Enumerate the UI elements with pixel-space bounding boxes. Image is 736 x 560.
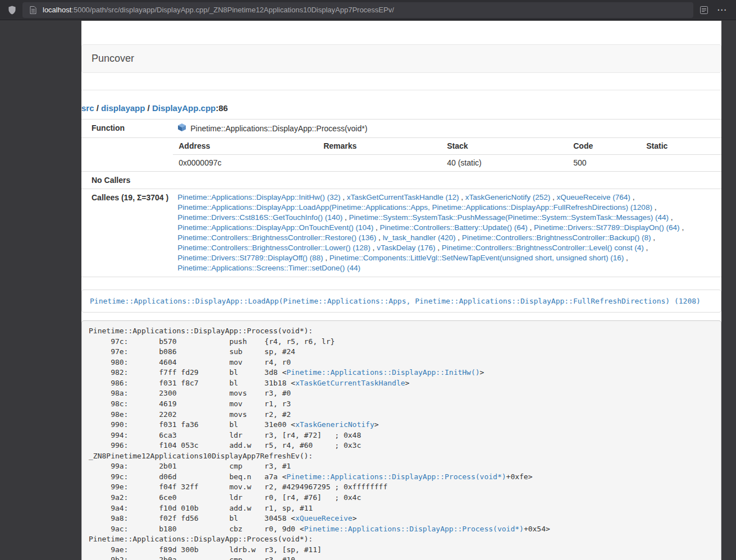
code-symbol-link[interactable]: xTaskGetCurrentTaskHandle <box>295 379 405 387</box>
code-symbol-link[interactable]: xQueueReceive <box>295 514 353 522</box>
breadcrumb-link[interactable]: DisplayApp.cpp <box>152 103 216 113</box>
breadcrumb-line-number: :86 <box>216 103 228 113</box>
callee-link[interactable]: Pinetime::Drivers::St7789::DisplayOff() … <box>177 254 323 262</box>
callee-link[interactable]: Pinetime::Applications::DisplayApp::Init… <box>177 193 340 201</box>
code-line: 990: f031 fa36 bl 31e00 <xTaskGenericNot… <box>89 420 714 430</box>
callee-link[interactable]: xTaskGenericNotify (252) <box>465 193 551 201</box>
code-text: 9ac: b180 cbz r0, 9d0 < <box>89 525 304 533</box>
code-text: _ZN8Pinetime12Applications10DisplayApp7R… <box>89 452 313 460</box>
breadcrumb-link[interactable]: displayapp <box>101 103 145 113</box>
stats-cell: 40 (static) <box>441 155 568 172</box>
url-host: localhost <box>43 6 71 14</box>
code-text: > <box>374 420 379 429</box>
callee-separator: , <box>323 254 330 262</box>
callee-link[interactable]: Pinetime::Controllers::BrightnessControl… <box>177 244 371 252</box>
callee-link[interactable]: Pinetime::Applications::Screens::Timer::… <box>177 264 360 272</box>
function-icon <box>177 123 186 134</box>
brand-link[interactable]: Puncover <box>92 53 134 65</box>
code-text: 9a8: f02f fd56 bl 30458 < <box>89 514 295 522</box>
code-symbol-link[interactable]: xTaskGenericNotify <box>295 420 374 429</box>
callee-separator: , <box>528 223 534 232</box>
stats-header: Remarks <box>318 138 441 155</box>
page-background: Puncover src / displayapp / DisplayApp.c… <box>0 21 736 560</box>
function-row: Function Pinetime::Applications::Display… <box>81 120 721 138</box>
code-line: 9a2: 6ce0 ldr r0, [r4, #76] ; 0x4c <box>89 493 714 503</box>
code-text: > <box>353 514 357 522</box>
disassembly-code-block: Pinetime::Applications::DisplayApp::Proc… <box>81 320 721 560</box>
callee-link[interactable]: Pinetime::Controllers::BrightnessControl… <box>442 244 644 252</box>
callee-link[interactable]: lv_task_handler (420) <box>383 233 456 242</box>
callee-link[interactable]: Pinetime::Drivers::Cst816S::GetTouchInfo… <box>177 213 342 222</box>
code-line: 9b2: 2b0a cmp r3, #10 <box>89 555 714 560</box>
loadapp-panel: Pinetime::Applications::DisplayApp::Load… <box>81 290 721 313</box>
code-line: 9a8: f02f fd56 bl 30458 <xQueueReceive> <box>89 513 714 524</box>
callee-link[interactable]: Pinetime::Components::LittleVgl::SetNewT… <box>330 254 624 262</box>
shield-icon[interactable] <box>7 5 17 15</box>
stats-cell <box>641 155 721 172</box>
code-text: > <box>480 368 484 377</box>
callee-separator: , <box>373 223 380 232</box>
callee-separator: , <box>624 254 628 262</box>
breadcrumb-separator: / <box>145 103 152 113</box>
callee-link[interactable]: Pinetime::Controllers::BrightnessControl… <box>462 233 651 242</box>
code-text: 99c: d06d beq.n a7a < <box>89 472 286 481</box>
callee-separator: , <box>652 203 657 212</box>
code-symbol-link[interactable]: Pinetime::Applications::DisplayApp::Proc… <box>304 525 524 533</box>
callee-separator: , <box>680 223 684 232</box>
callee-link[interactable]: Pinetime::Drivers::St7789::DisplayOn() (… <box>534 223 680 232</box>
code-text: 99a: 2b01 cmp r3, #1 <box>89 462 291 470</box>
stats-outer-row: AddressRemarksStackCodeStatic 0x0000097c… <box>81 138 721 172</box>
code-line: 996: f104 053c add.w r5, r4, #60 ; 0x3c <box>89 440 714 451</box>
callee-link[interactable]: xQueueReceive (764) <box>557 193 630 201</box>
code-text: 97e: b086 sub sp, #24 <box>89 347 295 356</box>
callee-link[interactable]: xTaskGetCurrentTaskHandle (12) <box>347 193 459 201</box>
callee-separator: , <box>455 233 461 242</box>
code-line: 99c: d06d beq.n a7a <Pinetime::Applicati… <box>89 472 714 483</box>
code-text: 99e: f04f 32ff mov.w r2, #4294967295 ; 0… <box>89 483 387 491</box>
function-table: Function Pinetime::Applications::Display… <box>81 119 721 277</box>
callee-separator: , <box>342 213 349 222</box>
code-line: 9ae: f89d 300b ldrb.w r3, [sp, #11] <box>89 545 714 556</box>
code-text: +0xfe> <box>506 472 533 481</box>
callee-link[interactable]: Pinetime::Applications::DisplayApp::Load… <box>177 203 652 212</box>
callee-link[interactable]: Pinetime::Applications::DisplayApp::OnTo… <box>177 223 373 232</box>
overflow-menu-icon[interactable]: ⋯ <box>715 4 729 16</box>
code-text: Pinetime::Applications::DisplayApp::Proc… <box>89 327 313 335</box>
stats-header: Stack <box>441 138 568 155</box>
url-bar[interactable]: localhost:5000/path/src/displayapp/Displ… <box>22 2 693 18</box>
stats-header: Static <box>641 138 721 155</box>
stats-table: AddressRemarksStackCodeStatic 0x0000097c… <box>173 138 721 171</box>
code-text: 996: f104 053c add.w r5, r4, #60 ; 0x3c <box>89 441 361 449</box>
code-line: 98c: 4619 mov r1, r3 <box>89 399 714 410</box>
url-text: localhost:5000/path/src/displayapp/Displ… <box>43 6 394 14</box>
callee-link[interactable]: Pinetime::System::SystemTask::PushMessag… <box>349 213 669 222</box>
code-line: 986: f031 f8c7 bl 31b18 <xTaskGetCurrent… <box>89 378 714 389</box>
callee-link[interactable]: Pinetime::Controllers::BrightnessControl… <box>177 233 376 242</box>
code-text: Pinetime::Applications::DisplayApp::Proc… <box>89 535 313 543</box>
stats-header: Address <box>173 138 318 155</box>
callees-row: Callees (19, Σ=3704 ) Pinetime::Applicat… <box>81 189 721 277</box>
code-text: 994: 6ca3 ldr r3, [r4, #72] ; 0x48 <box>89 431 361 439</box>
function-cell: Pinetime::Applications::DisplayApp::Proc… <box>177 123 717 134</box>
breadcrumb-separator: / <box>94 103 102 113</box>
code-line: 97c: b570 push {r4, r5, r6, lr} <box>89 337 714 347</box>
code-symbol-link[interactable]: Pinetime::Applications::DisplayApp::Init… <box>286 368 479 377</box>
browser-toolbar: localhost:5000/path/src/displayapp/Displ… <box>0 0 736 20</box>
code-text: 982: f7ff fd29 bl 3d8 < <box>89 368 286 377</box>
callee-link[interactable]: vTaskDelay (176) <box>377 244 435 252</box>
loadapp-link[interactable]: Pinetime::Applications::DisplayApp::Load… <box>90 297 701 305</box>
callee-separator: , <box>669 213 673 222</box>
empty-label <box>81 138 173 172</box>
breadcrumb-link[interactable]: src <box>81 103 94 113</box>
no-callers-label: No Callers <box>81 172 173 189</box>
callee-separator: , <box>371 244 377 252</box>
callees-label: Callees (19, Σ=3704 ) <box>81 189 173 277</box>
stats-header-row: AddressRemarksStackCodeStatic <box>173 138 721 155</box>
code-line: 98a: 2300 movs r3, #0 <box>89 388 714 399</box>
code-line: Pinetime::Applications::DisplayApp::Proc… <box>89 326 714 337</box>
callee-link[interactable]: Pinetime::Controllers::Battery::Update()… <box>380 223 527 232</box>
reader-view-icon[interactable] <box>699 5 709 15</box>
callees-list: Pinetime::Applications::DisplayApp::Init… <box>173 189 721 277</box>
function-label: Function <box>81 120 173 138</box>
code-symbol-link[interactable]: Pinetime::Applications::DisplayApp::Proc… <box>286 472 506 481</box>
